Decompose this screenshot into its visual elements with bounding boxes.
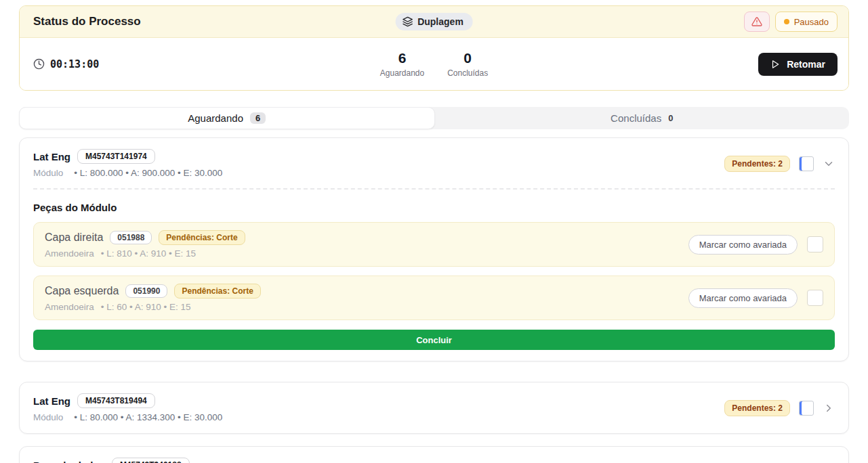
stat-label: Concluídas [447, 68, 488, 78]
page-title: Status do Processo [33, 15, 141, 28]
piece-dimensions: • L: 810 • A: 910 • E: 15 [101, 248, 196, 259]
piece-info: Capa esquerda 051990 Pendências: Corte A… [45, 284, 261, 312]
module-code-badge: M45743T141974 [77, 149, 155, 164]
module-card: Peça duplada - M45743T940188 Módulo • L:… [19, 446, 849, 463]
module-header[interactable]: Lat Eng M45743T141974 Módulo • L: 800.00… [33, 149, 835, 178]
piece-code-badge: 051990 [125, 284, 167, 298]
paused-dot-icon [784, 19, 789, 24]
process-stats: 6 Aguardando 0 Concluídas [380, 50, 488, 77]
stat-value: 6 [380, 50, 424, 66]
pieces-section-title: Peças do Módulo [33, 202, 835, 213]
piece-actions: Marcar como avariada [688, 235, 823, 255]
module-dimensions: • L: 80.000 • A: 1334.300 • E: 30.000 [74, 412, 222, 422]
resume-button[interactable]: Retomar [758, 53, 838, 76]
module-actions: Pendentes: 2 [724, 400, 835, 416]
timer: 00:13:00 [33, 58, 99, 70]
timer-value: 00:13:00 [50, 58, 99, 70]
tab-count-badge: 0 [668, 113, 673, 123]
warning-triangle-icon [751, 16, 762, 27]
page: Status do Processo Duplagem Pausado [0, 0, 868, 463]
piece-material: Amendoeira [45, 302, 94, 312]
paused-status-badge: Pausado [775, 12, 838, 32]
stat-aguardando: 6 Aguardando [380, 50, 424, 77]
module-type: Módulo [33, 168, 63, 178]
module-body: Peças do Módulo Capa direita 051988 Pend… [33, 188, 835, 350]
play-icon [770, 60, 780, 69]
tab-count-badge: 6 [250, 112, 266, 124]
piece-dimensions: • L: 60 • A: 910 • E: 15 [101, 302, 191, 312]
tab-aguardando[interactable]: Aguardando 6 [19, 107, 435, 129]
piece-name: Capa direita [45, 232, 103, 244]
process-type-label: Duplagem [417, 16, 463, 27]
piece-row: Capa direita 051988 Pendências: Corte Am… [33, 222, 835, 267]
conclude-button[interactable]: Concluir [33, 330, 835, 350]
piece-actions: Marcar como avariada [688, 288, 823, 308]
piece-material: Amendoeira [45, 248, 94, 259]
module-code-badge: M45743T819494 [77, 393, 155, 408]
stat-value: 0 [447, 50, 488, 66]
piece-checkbox[interactable] [807, 290, 823, 306]
module-code-badge: M45743T940188 [112, 458, 190, 463]
chevron-right-icon[interactable] [823, 402, 835, 414]
pending-badge: Pendentes: 2 [724, 400, 790, 416]
module-info: Peça duplada - M45743T940188 Módulo • L:… [33, 458, 222, 463]
module-card: Lat Eng M45743T141974 Módulo • L: 800.00… [19, 137, 849, 361]
paused-label: Pausado [794, 17, 829, 27]
divider [33, 188, 835, 190]
module-checkbox[interactable] [799, 156, 814, 171]
status-header-actions: Pausado [744, 12, 838, 32]
status-card: Status do Processo Duplagem Pausado [19, 5, 849, 91]
module-checkbox[interactable] [799, 401, 814, 416]
tab-label: Concluídas [611, 112, 661, 124]
mark-damaged-button[interactable]: Marcar como avariada [688, 235, 798, 255]
piece-pending-badge: Pendências: Corte [174, 284, 260, 299]
module-actions: Pendentes: 2 [724, 156, 835, 172]
module-card: Lat Eng M45743T819494 Módulo • L: 80.000… [19, 382, 849, 434]
stat-label: Aguardando [380, 68, 424, 78]
mark-damaged-button[interactable]: Marcar como avariada [688, 288, 798, 308]
layers-icon [402, 16, 413, 27]
module-dimensions: • L: 800.000 • A: 900.000 • E: 30.000 [74, 168, 222, 178]
pending-badge: Pendentes: 2 [724, 156, 790, 172]
module-name: Peça duplada - [33, 460, 105, 463]
module-name: Lat Eng [33, 151, 70, 162]
chevron-down-icon[interactable] [823, 158, 835, 170]
resume-label: Retomar [787, 59, 825, 70]
clock-icon [33, 58, 45, 70]
stat-concluidas: 0 Concluídas [447, 50, 488, 77]
piece-checkbox[interactable] [807, 236, 823, 252]
piece-code-badge: 051988 [110, 231, 152, 244]
tab-concluidas[interactable]: Concluídas 0 [435, 107, 850, 129]
process-type-badge: Duplagem [395, 13, 473, 30]
status-card-body: 00:13:00 6 Aguardando 0 Concluídas Retom… [20, 38, 848, 90]
module-info: Lat Eng M45743T819494 Módulo • L: 80.000… [33, 393, 222, 422]
tab-bar: Aguardando 6 Concluídas 0 [19, 107, 849, 129]
piece-name: Capa esquerda [45, 285, 119, 297]
piece-row: Capa esquerda 051990 Pendências: Corte A… [33, 275, 835, 320]
alert-button[interactable] [744, 12, 770, 32]
module-header[interactable]: Lat Eng M45743T819494 Módulo • L: 80.000… [33, 393, 835, 422]
tab-label: Aguardando [188, 112, 243, 124]
status-card-header: Status do Processo Duplagem Pausado [20, 6, 848, 38]
module-header[interactable]: Peça duplada - M45743T940188 Módulo • L:… [33, 458, 835, 463]
module-type: Módulo [33, 412, 63, 422]
piece-pending-badge: Pendências: Corte [159, 230, 245, 245]
module-info: Lat Eng M45743T141974 Módulo • L: 800.00… [33, 149, 222, 178]
module-name: Lat Eng [33, 395, 70, 407]
piece-info: Capa direita 051988 Pendências: Corte Am… [45, 230, 245, 259]
